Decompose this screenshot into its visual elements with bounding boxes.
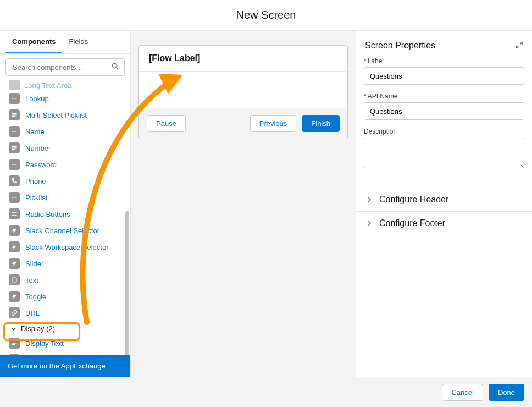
- screen-canvas: [Flow Label] Pause Previous Finish: [131, 31, 356, 377]
- svg-point-3: [12, 215, 14, 216]
- properties-title: Screen Properties: [365, 41, 435, 51]
- svg-rect-5: [15, 215, 17, 216]
- list-item[interactable]: Toggle: [5, 288, 125, 305]
- link-icon: [9, 307, 20, 318]
- cancel-button[interactable]: Cancel: [442, 384, 483, 401]
- list-item[interactable]: Multi-Select Picklist: [5, 107, 125, 123]
- search-icon: [111, 62, 119, 72]
- bolt-icon: [9, 291, 20, 302]
- properties-panel: Screen Properties *Label *API Name Descr…: [356, 31, 532, 377]
- list-item[interactable]: Phone: [5, 173, 125, 189]
- list-item[interactable]: Text: [5, 272, 125, 288]
- scrollbar-thumb[interactable]: [125, 211, 129, 355]
- configure-header-section[interactable]: Configure Header: [356, 188, 532, 211]
- label-input[interactable]: [364, 67, 524, 85]
- appexchange-link[interactable]: Get more on the AppExchange: [0, 355, 130, 377]
- list-item[interactable]: Slider: [5, 255, 125, 272]
- bolt-icon: [9, 225, 20, 236]
- svg-point-0: [113, 64, 117, 68]
- label-field-label: *Label: [364, 57, 524, 65]
- description-input[interactable]: [364, 138, 524, 168]
- chevron-down-icon: [10, 325, 18, 333]
- list-item[interactable]: Number: [5, 140, 125, 156]
- svg-line-8: [520, 42, 522, 44]
- list-item-display-text[interactable]: Display Text: [5, 335, 125, 351]
- group-header-display[interactable]: Display (2): [5, 321, 125, 335]
- text-icon: [9, 159, 20, 170]
- tab-fields[interactable]: Fields: [62, 31, 95, 53]
- list-item[interactable]: Slack Channel Selector: [5, 222, 125, 239]
- list-item[interactable]: Password: [5, 156, 125, 173]
- radio-icon: [9, 208, 20, 219]
- component-list[interactable]: Long Text Area Lookup Multi-Select Pickl…: [0, 80, 130, 355]
- pause-button[interactable]: Pause: [147, 115, 186, 132]
- list-item-section[interactable]: Section: [5, 351, 125, 355]
- list-item-truncated[interactable]: Long Text Area: [5, 80, 125, 90]
- list-item[interactable]: Name: [5, 123, 125, 140]
- list-item[interactable]: Radio Buttons: [5, 206, 125, 222]
- svg-line-9: [517, 46, 519, 48]
- text-icon: [9, 274, 20, 285]
- lookup-icon: [9, 93, 20, 104]
- bolt-icon: [9, 258, 20, 269]
- canvas-title: [Flow Label]: [149, 53, 337, 63]
- finish-button[interactable]: Finish: [302, 115, 340, 132]
- text-icon: [9, 338, 20, 349]
- components-panel: Components Fields Long Text Area Lookup …: [0, 31, 131, 377]
- svg-rect-6: [12, 278, 16, 282]
- list-item[interactable]: Slack Workspace Selector: [5, 239, 125, 255]
- search-input[interactable]: [5, 58, 125, 76]
- text-icon: [9, 354, 20, 355]
- expand-icon[interactable]: [516, 41, 523, 51]
- previous-button[interactable]: Previous: [250, 115, 297, 132]
- api-name-input[interactable]: [364, 102, 524, 120]
- svg-rect-4: [15, 212, 17, 213]
- text-icon: [9, 126, 20, 137]
- list-item[interactable]: URL: [5, 305, 125, 321]
- page-title: New Screen: [236, 9, 296, 21]
- list-item[interactable]: Lookup: [5, 90, 125, 107]
- phone-icon: [9, 175, 20, 186]
- configure-footer-section[interactable]: Configure Footer: [356, 212, 532, 235]
- text-icon: [9, 142, 20, 153]
- list-item[interactable]: Picklist: [5, 189, 125, 206]
- svg-point-2: [12, 212, 14, 213]
- flow-screen-preview[interactable]: [Flow Label] Pause Previous Finish: [138, 45, 348, 139]
- text-icon: [9, 109, 20, 120]
- text-icon: [9, 192, 20, 203]
- tab-components[interactable]: Components: [5, 31, 62, 53]
- svg-line-1: [117, 68, 118, 69]
- api-name-label: *API Name: [364, 92, 524, 100]
- bolt-icon: [9, 241, 20, 252]
- chevron-right-icon: [365, 219, 374, 228]
- modal-footer: Cancel Done: [0, 377, 532, 407]
- done-button[interactable]: Done: [489, 384, 524, 401]
- description-label: Description: [364, 128, 524, 135]
- chevron-right-icon: [365, 195, 374, 204]
